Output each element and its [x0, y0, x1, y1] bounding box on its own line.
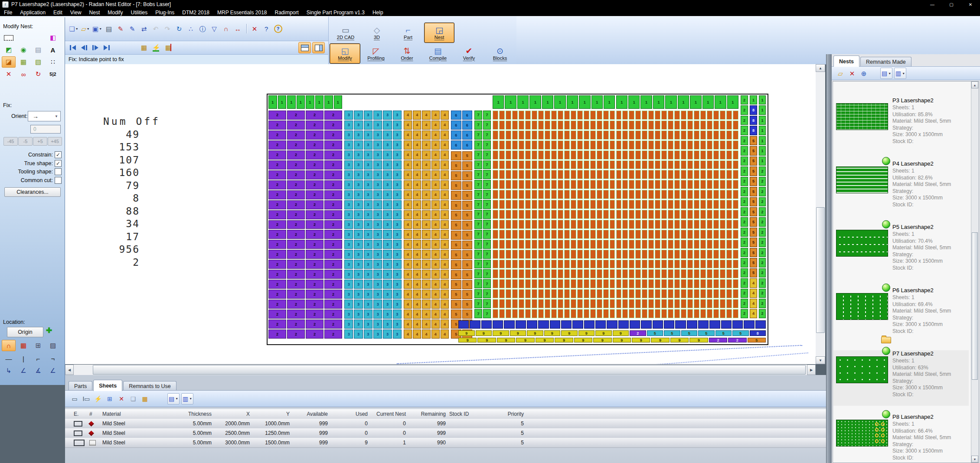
nest-part[interactable]	[525, 140, 531, 150]
previous-nest-button[interactable]	[79, 43, 89, 52]
nest-part[interactable]	[720, 170, 725, 179]
nest-part[interactable]	[635, 260, 641, 269]
sheet-row[interactable]: Mild Steel5.00mm3000.0mm1500.0mm99991990…	[65, 438, 826, 448]
tab-sheets[interactable]: Sheets	[93, 380, 122, 391]
nest-part[interactable]	[481, 320, 492, 329]
nest-part[interactable]: 2	[287, 170, 305, 179]
nest-part[interactable]: 3	[393, 250, 402, 259]
nest-part[interactable]	[493, 200, 498, 209]
nest-part[interactable]: 2	[324, 170, 342, 179]
nest-part[interactable]	[622, 289, 628, 298]
nest-part[interactable]: 7	[474, 140, 482, 150]
nest-part[interactable]	[720, 111, 725, 120]
nest-part[interactable]: 3	[383, 329, 392, 339]
nest-part[interactable]	[687, 299, 693, 308]
nest-part[interactable]	[642, 289, 647, 298]
angle-tool-icon[interactable]: ∠	[16, 365, 30, 376]
nest-part[interactable]: 2	[287, 210, 305, 219]
nest-part[interactable]	[506, 190, 511, 199]
nest-part[interactable]	[674, 111, 680, 120]
nest-part[interactable]: 9	[561, 330, 578, 336]
nest-part[interactable]	[519, 210, 524, 219]
nest-part[interactable]	[610, 220, 615, 229]
nest-part[interactable]	[519, 299, 524, 308]
nest-part[interactable]: 3	[383, 230, 392, 239]
nest-part[interactable]	[493, 111, 498, 120]
row-selector[interactable]	[72, 419, 88, 428]
nest-part[interactable]: 4	[422, 150, 430, 160]
nest-part[interactable]: 9	[555, 338, 573, 342]
nest-part[interactable]: 4	[750, 289, 757, 298]
nest-part[interactable]	[532, 289, 537, 298]
nest-part[interactable]	[558, 289, 563, 298]
nest-part[interactable]: 7	[483, 269, 491, 278]
nest-part[interactable]: 2	[287, 290, 305, 299]
nest-part[interactable]: 3	[354, 140, 363, 150]
nest-part[interactable]	[493, 260, 498, 269]
nest-part[interactable]	[525, 309, 531, 318]
nest-part[interactable]	[558, 240, 563, 249]
axes-tool-icon[interactable]: ↳	[2, 365, 16, 376]
nest-part[interactable]	[577, 130, 583, 140]
nest-part[interactable]	[499, 250, 505, 259]
nest-part[interactable]: 2	[306, 290, 323, 299]
nest-part[interactable]: 7	[474, 111, 482, 120]
nest-part[interactable]: 4	[413, 140, 421, 150]
nest-part[interactable]	[564, 210, 570, 219]
view-details-button[interactable]: ▥▼	[181, 393, 193, 404]
nest-part[interactable]: 4	[413, 121, 421, 130]
nest-part[interactable]	[571, 160, 576, 170]
maximize-button[interactable]: ▢	[942, 0, 961, 9]
nest-part[interactable]: 7	[483, 260, 491, 269]
nest-part[interactable]	[493, 140, 498, 150]
nest-part[interactable]	[655, 170, 660, 179]
nest-part[interactable]	[512, 299, 518, 308]
nest-part[interactable]: 3	[383, 320, 392, 329]
nest-part[interactable]	[687, 240, 693, 249]
nest-part[interactable]	[687, 210, 693, 219]
nest-part[interactable]	[551, 309, 557, 318]
nest-part[interactable]: 3	[344, 200, 353, 209]
nest-part[interactable]: 2	[306, 329, 323, 339]
text-tool-icon[interactable]: A	[46, 44, 60, 55]
nest-part[interactable]: 1	[315, 95, 324, 109]
nest-part[interactable]: 3	[373, 320, 382, 329]
nest-part[interactable]: 2	[728, 338, 746, 342]
nest-part[interactable]	[713, 170, 719, 179]
nest-part[interactable]: 3	[344, 310, 353, 319]
nest-part[interactable]: 4	[422, 230, 430, 239]
nest-part[interactable]: 3	[354, 300, 363, 309]
nest-part[interactable]: 3	[364, 280, 372, 289]
nest-part[interactable]: 2	[268, 329, 286, 339]
column-header-material[interactable]: Material	[101, 409, 170, 419]
nest-part[interactable]	[726, 240, 732, 249]
nest-part[interactable]	[681, 230, 686, 239]
nest-part[interactable]	[668, 220, 673, 229]
mid-vertical-tool-icon[interactable]: |	[16, 353, 30, 364]
first-nest-button[interactable]	[68, 43, 78, 52]
nest-part[interactable]: 7	[483, 200, 491, 209]
nest-part[interactable]	[512, 121, 518, 130]
nest-part[interactable]	[648, 160, 654, 170]
nest-part[interactable]	[629, 160, 634, 170]
nest-part[interactable]	[610, 121, 615, 130]
nest-part[interactable]: 5	[750, 207, 757, 216]
nest-part[interactable]	[674, 200, 680, 209]
nest-part[interactable]	[506, 240, 511, 249]
nest-part[interactable]	[681, 121, 686, 130]
nest-part[interactable]	[590, 121, 596, 130]
nest-part[interactable]: 9	[497, 338, 515, 342]
nest-part[interactable]: 3	[383, 310, 392, 319]
nest-part[interactable]	[590, 260, 596, 269]
nest-part[interactable]: 2	[759, 299, 766, 308]
nest-part[interactable]	[635, 150, 641, 160]
nest-part[interactable]: 3	[344, 121, 353, 130]
nest-part[interactable]	[551, 160, 557, 170]
nest-part[interactable]: 9	[536, 338, 554, 342]
nest-part[interactable]	[561, 320, 572, 329]
nest-part[interactable]	[577, 299, 583, 308]
nest-part[interactable]	[674, 279, 680, 288]
move-origin-icon[interactable]: ✚	[46, 326, 52, 335]
nest-part[interactable]	[571, 140, 576, 150]
nest-part[interactable]	[707, 309, 712, 318]
